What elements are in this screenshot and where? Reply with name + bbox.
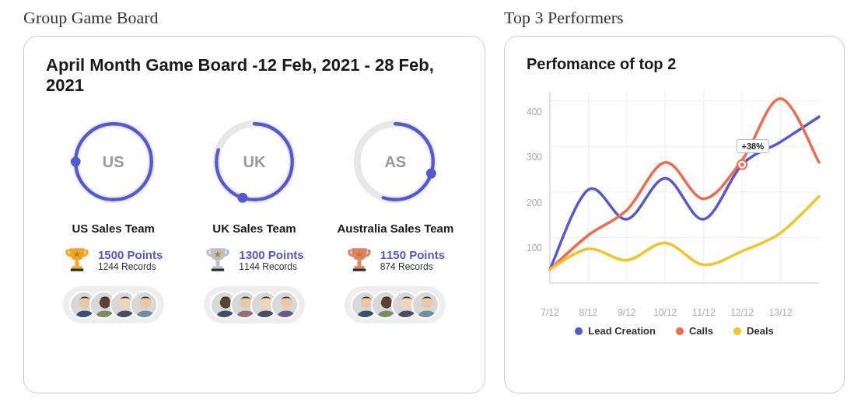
progress-ring: AS: [345, 111, 446, 212]
trophy-icon: [64, 246, 90, 274]
x-tick: 7/12: [541, 307, 558, 318]
trophy-icon: [205, 246, 231, 274]
x-tick: 8/12: [579, 307, 597, 318]
svg-point-25: [240, 297, 251, 308]
chart-legend: Lead CreationCallsDeals: [527, 325, 822, 337]
game-board-card: April Month Game Board -12 Feb, 2021 - 2…: [23, 36, 485, 393]
team-name: Australia Sales Team: [337, 222, 453, 235]
chart-tooltip: +38%: [737, 139, 769, 153]
legend-dot-icon: [733, 327, 741, 335]
team-name: UK Sales Team: [212, 222, 296, 235]
progress-ring: UK: [204, 111, 305, 212]
legend-item: Calls: [676, 325, 713, 337]
svg-point-10: [99, 297, 110, 308]
svg-point-12: [119, 297, 130, 308]
team-code: US: [63, 111, 164, 212]
svg-rect-35: [352, 268, 365, 271]
svg-rect-18: [216, 261, 220, 267]
svg-rect-19: [213, 266, 223, 268]
x-tick: 11/12: [692, 307, 716, 318]
legend-dot-icon: [676, 327, 684, 335]
points-value: 1300 Points: [239, 248, 303, 261]
points-value: 1500 Points: [98, 248, 163, 261]
avatar: [271, 291, 299, 319]
svg-rect-20: [212, 268, 224, 271]
y-tick: 100: [527, 243, 542, 253]
avatar: [130, 291, 158, 319]
legend-label: Lead Creation: [588, 325, 656, 337]
avatar-group: [63, 286, 164, 323]
y-tick: 300: [527, 152, 542, 163]
svg-point-59: [740, 163, 744, 166]
svg-point-29: [281, 297, 292, 308]
svg-rect-33: [357, 261, 361, 267]
legend-label: Calls: [689, 325, 713, 337]
avatar: [411, 291, 439, 319]
svg-rect-3: [75, 261, 79, 267]
progress-ring: US: [63, 111, 164, 212]
trophy-row: 1150 Points 874 Records: [346, 246, 445, 274]
board-title: April Month Game Board -12 Feb, 2021 - 2…: [46, 55, 463, 96]
x-tick: 12/12: [730, 307, 754, 318]
performance-card: Perfomance of top 2 1002003004007/128/12…: [504, 36, 845, 393]
svg-point-8: [79, 297, 89, 308]
records-value: 874 Records: [380, 261, 433, 272]
performance-chart: 1002003004007/128/129/1210/1211/1212/121…: [527, 81, 822, 314]
team-code: AS: [345, 111, 446, 212]
team-card: AS Australia Sales Team 1150 Points 874 …: [328, 111, 463, 323]
records-value: 1244 Records: [98, 261, 156, 272]
left-section-heading: Group Game Board: [23, 8, 485, 28]
team-name: US Sales Team: [72, 222, 154, 235]
svg-rect-34: [354, 266, 364, 268]
trophy-icon: [346, 246, 373, 274]
x-tick: 10/12: [653, 307, 677, 318]
legend-item: Deals: [733, 325, 774, 337]
y-tick: 400: [527, 107, 542, 117]
team-card: US US Sales Team 1500 Points 1244 Record…: [46, 111, 180, 323]
y-tick: 200: [527, 198, 542, 208]
avatar-group: [345, 286, 446, 323]
trophy-row: 1500 Points 1244 Records: [64, 246, 163, 274]
team-card: UK UK Sales Team 1300 Points 1144 Record…: [187, 111, 321, 323]
legend-label: Deals: [747, 325, 774, 337]
svg-rect-4: [72, 266, 82, 268]
right-section-heading: Top 3 Performers: [504, 8, 845, 28]
trophy-row: 1300 Points 1144 Records: [205, 246, 303, 274]
x-tick: 13/12: [769, 307, 793, 318]
chart-title: Perfomance of top 2: [527, 55, 822, 73]
svg-point-14: [139, 297, 150, 308]
points-value: 1150 Points: [380, 248, 445, 261]
svg-point-27: [261, 297, 271, 308]
svg-rect-5: [71, 268, 83, 271]
svg-point-44: [422, 297, 432, 308]
records-value: 1144 Records: [239, 261, 297, 272]
legend-item: Lead Creation: [575, 325, 656, 337]
x-tick: 9/12: [618, 307, 635, 318]
legend-dot-icon: [575, 327, 583, 335]
svg-point-23: [220, 297, 231, 308]
avatar-group: [204, 286, 305, 323]
team-code: UK: [204, 111, 305, 212]
